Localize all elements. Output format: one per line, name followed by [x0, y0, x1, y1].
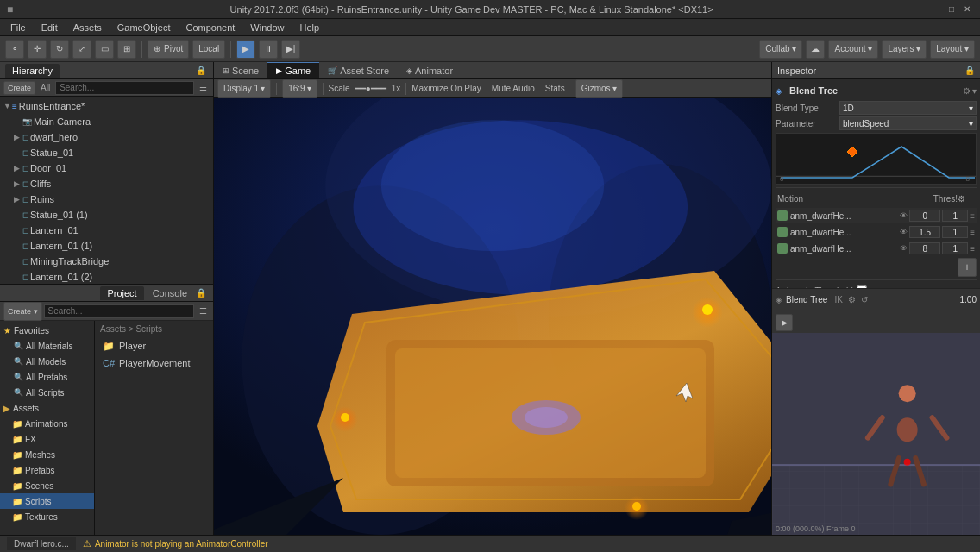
- tree-meshes[interactable]: 📁 Meshes: [0, 447, 94, 462]
- menu-assets[interactable]: Assets: [66, 21, 109, 34]
- preview-play-button[interactable]: ▶: [776, 314, 793, 331]
- motion-value-2[interactable]: [942, 226, 968, 238]
- tree-scenes[interactable]: 📁 Scenes: [0, 478, 94, 493]
- inspector-lock-icon[interactable]: 🔒: [964, 66, 975, 75]
- blend-settings-icon[interactable]: ⚙: [963, 86, 971, 96]
- list-item[interactable]: ◻ Statue_01: [0, 145, 213, 160]
- motion-value-3[interactable]: [942, 242, 968, 254]
- maximize-button[interactable]: □: [945, 3, 958, 16]
- tree-all-scripts[interactable]: 🔍 All Scripts: [0, 385, 94, 400]
- hierarchy-search-input[interactable]: [55, 81, 194, 95]
- rotate-tool-button[interactable]: ↻: [50, 40, 69, 59]
- tab-animator[interactable]: ◈ Animator: [398, 62, 462, 78]
- list-item[interactable]: ▶ ◻ Cliffs: [0, 176, 213, 191]
- move-tool-button[interactable]: ✛: [28, 40, 47, 59]
- menu-edit[interactable]: Edit: [35, 21, 65, 34]
- motion-value-1[interactable]: [942, 210, 968, 222]
- asset-player[interactable]: 📁 Player: [98, 337, 210, 354]
- tree-all-models[interactable]: 🔍 All Models: [0, 354, 94, 369]
- local-dropdown[interactable]: Local: [192, 40, 225, 59]
- console-tab[interactable]: Console: [146, 286, 194, 300]
- motion-eye-1[interactable]: 👁: [900, 211, 908, 220]
- inspector-tab-label[interactable]: Inspector: [777, 66, 816, 76]
- ratio-dropdown[interactable]: 16:9 ▾: [282, 79, 317, 98]
- motion-menu-1[interactable]: ≡: [970, 211, 975, 221]
- list-item[interactable]: ◻ Statue_01 (1): [0, 207, 213, 223]
- hierarchy-menu-icon[interactable]: ☰: [196, 81, 210, 95]
- blend-type-select[interactable]: 1D ▾: [839, 101, 977, 115]
- tree-prefabs[interactable]: 📁 Prefabs: [0, 462, 94, 478]
- cloud-button[interactable]: ☁: [806, 40, 825, 59]
- loop-icon[interactable]: ↺: [861, 295, 868, 304]
- hierarchy-tab[interactable]: Hierarchy: [5, 64, 60, 78]
- asset-playermovement[interactable]: C# PlayerMovement: [98, 354, 210, 372]
- motion-name-3[interactable]: anm_dwarfHe...: [790, 244, 900, 254]
- list-item[interactable]: ◻ Lantern_01 (2): [0, 269, 213, 284]
- project-tab[interactable]: Project: [100, 286, 143, 300]
- pause-button[interactable]: ⏸: [259, 40, 278, 59]
- menu-file[interactable]: File: [3, 21, 33, 34]
- step-button[interactable]: ▶|: [281, 40, 300, 59]
- list-item[interactable]: ▶ ◻ dwarf_hero: [0, 129, 213, 145]
- menu-window[interactable]: Window: [243, 21, 291, 34]
- list-item[interactable]: ◻ Lantern_01 (1): [0, 238, 213, 254]
- motion-threshold-3[interactable]: [909, 242, 940, 254]
- collab-button[interactable]: Collab ▾: [759, 40, 802, 59]
- tab-game[interactable]: ▶ Game: [267, 62, 319, 78]
- layers-dropdown[interactable]: Layers ▾: [882, 40, 927, 59]
- hierarchy-item-scene[interactable]: ▼ ≡ RuinsEntrance*: [0, 98, 213, 114]
- list-item[interactable]: 📷 Main Camera: [0, 114, 213, 129]
- tab-asset-store[interactable]: 🛒 Asset Store: [319, 62, 398, 78]
- close-button[interactable]: ✕: [961, 3, 973, 16]
- tree-favorites[interactable]: ★ Favorites: [0, 323, 94, 338]
- stats-button[interactable]: Stats: [545, 84, 565, 93]
- tab-scene[interactable]: ⊞ Scene: [214, 62, 267, 78]
- tree-all-materials[interactable]: 🔍 All Materials: [0, 338, 94, 354]
- project-menu-icon[interactable]: ☰: [196, 304, 210, 318]
- scale-tool-button[interactable]: ⤢: [72, 40, 91, 59]
- tree-scripts[interactable]: 📁 Scripts: [0, 493, 94, 509]
- motion-threshold-2[interactable]: [909, 226, 940, 238]
- project-lock-icon[interactable]: 🔒: [196, 288, 210, 298]
- blend-more-icon[interactable]: ▾: [972, 86, 977, 96]
- maximize-on-play-button[interactable]: Maximize On Play: [411, 84, 481, 93]
- ik-icon[interactable]: ⚙: [848, 295, 856, 304]
- add-motion-button[interactable]: +: [958, 258, 977, 277]
- project-search-input[interactable]: [44, 304, 194, 318]
- menu-component[interactable]: Component: [179, 21, 242, 34]
- account-dropdown[interactable]: Account ▾: [828, 40, 878, 59]
- mute-audio-button[interactable]: Mute Audio: [492, 84, 535, 93]
- pivot-dropdown[interactable]: ⊕ Pivot: [148, 40, 189, 59]
- hand-tool-button[interactable]: ⚬: [5, 40, 24, 59]
- minimize-button[interactable]: −: [930, 3, 942, 16]
- motion-threshold-1[interactable]: [909, 210, 940, 222]
- menu-gameobject[interactable]: GameObject: [110, 21, 178, 34]
- play-button[interactable]: ▶: [236, 40, 255, 59]
- layout-dropdown[interactable]: Layout ▾: [930, 40, 975, 59]
- transform-tool-button[interactable]: ⊞: [117, 40, 136, 59]
- motion-eye-2[interactable]: 👁: [900, 228, 908, 236]
- menu-help[interactable]: Help: [292, 21, 326, 34]
- parameter-select[interactable]: blendSpeed ▾: [839, 116, 977, 130]
- tree-fx[interactable]: 📁 FX: [0, 431, 94, 447]
- tree-textures[interactable]: 📁 Textures: [0, 509, 94, 524]
- tree-assets[interactable]: ▶ Assets: [0, 400, 94, 416]
- list-item[interactable]: ◻ MiningTrackBridge: [0, 254, 213, 269]
- bottom-console-tab[interactable]: DwarfHero.c...: [7, 537, 76, 550]
- tree-all-prefabs[interactable]: 🔍 All Prefabs: [0, 369, 94, 385]
- motion-name-1[interactable]: anm_dwarfHe...: [790, 211, 900, 221]
- motion-menu-3[interactable]: ≡: [970, 244, 975, 254]
- list-item[interactable]: ▶ ◻ Ruins: [0, 191, 213, 207]
- tree-animations[interactable]: 📁 Animations: [0, 416, 94, 431]
- motion-name-2[interactable]: anm_dwarfHe...: [790, 228, 900, 237]
- scale-slider[interactable]: ━━●━━━: [355, 84, 386, 93]
- display-dropdown[interactable]: Display 1 ▾: [217, 79, 271, 98]
- project-create-button[interactable]: Create ▾: [3, 302, 42, 321]
- list-item[interactable]: ◻ Lantern_01: [0, 223, 213, 238]
- gizmos-dropdown[interactable]: Gizmos ▾: [575, 79, 624, 98]
- motion-menu-2[interactable]: ≡: [970, 228, 975, 237]
- hierarchy-lock-icon[interactable]: 🔒: [194, 64, 208, 78]
- motion-eye-3[interactable]: 👁: [900, 244, 908, 253]
- list-item[interactable]: ▶ ◻ Door_01: [0, 160, 213, 176]
- hierarchy-create-button[interactable]: Create: [3, 81, 35, 95]
